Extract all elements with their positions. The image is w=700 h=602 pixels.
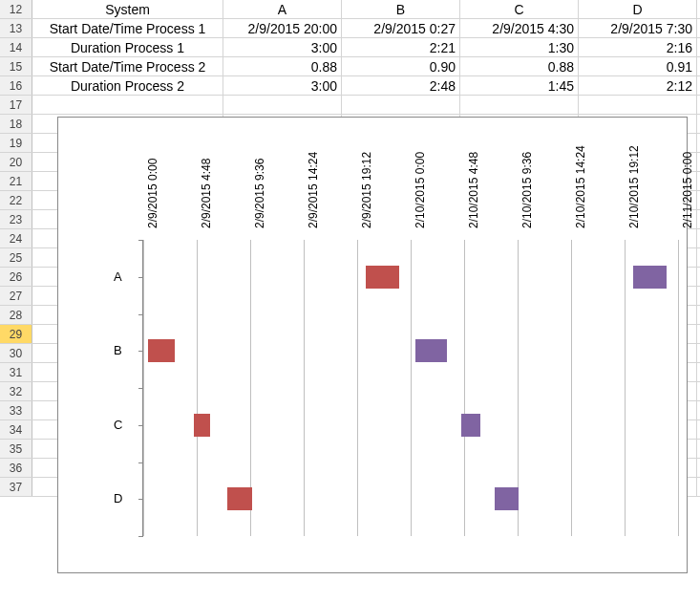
y-tick-label: C — [114, 418, 122, 432]
cell[interactable]: Start Date/Time Process 1 — [32, 19, 223, 37]
plot-area — [142, 240, 677, 497]
cell[interactable]: 2/9/2015 7:30 — [579, 19, 697, 37]
gantt-chart[interactable]: 2/9/2015 0:002/9/2015 4:482/9/2015 9:362… — [57, 117, 688, 497]
cell[interactable]: 0.88 — [223, 57, 342, 75]
cell[interactable] — [342, 96, 460, 114]
gridline — [571, 240, 572, 497]
row-13[interactable]: 13Start Date/Time Process 12/9/2015 20:0… — [0, 19, 700, 38]
cell[interactable] — [32, 96, 223, 114]
row-header[interactable]: 24 — [0, 229, 32, 247]
row-header[interactable]: 30 — [0, 344, 32, 362]
gridline — [250, 240, 251, 497]
cell[interactable]: 2/9/2015 20:00 — [223, 19, 342, 37]
gridline — [678, 240, 679, 497]
gridline — [357, 240, 358, 497]
row-header[interactable]: 37 — [0, 478, 32, 496]
cell[interactable]: 0.88 — [460, 57, 579, 75]
row-header[interactable]: 35 — [0, 440, 32, 458]
x-tick-label: 2/10/2015 9:36 — [520, 152, 534, 228]
bar-process-2-C[interactable] — [461, 414, 480, 437]
bar-process-2-D[interactable] — [495, 487, 520, 497]
x-tick-label: 2/9/2015 14:24 — [307, 152, 320, 228]
cell[interactable] — [579, 96, 697, 114]
row-header[interactable]: 25 — [0, 248, 32, 267]
cell[interactable]: 0.91 — [579, 57, 697, 75]
cell[interactable]: Duration Process 1 — [32, 38, 223, 56]
row-header[interactable]: 31 — [0, 363, 32, 381]
row-15[interactable]: 15Start Date/Time Process 20.880.900.880… — [0, 57, 700, 76]
cell[interactable]: 2:12 — [579, 76, 697, 95]
row-header[interactable]: 34 — [0, 420, 32, 439]
x-tick-label: 2/9/2015 19:12 — [360, 152, 373, 228]
row-header[interactable]: 22 — [0, 191, 32, 209]
cell[interactable]: 3:00 — [223, 76, 342, 95]
cell[interactable]: 2/9/2015 0:27 — [342, 19, 460, 37]
row-header[interactable]: 14 — [0, 38, 32, 56]
cell[interactable]: A — [223, 0, 342, 18]
bar-process-1-B[interactable] — [148, 339, 174, 362]
row-header[interactable]: 32 — [0, 382, 32, 400]
bar-process-1-A[interactable] — [366, 266, 399, 289]
row-header[interactable]: 26 — [0, 268, 32, 286]
row-header[interactable]: 20 — [0, 153, 32, 171]
cell[interactable]: 1:45 — [460, 76, 579, 95]
cell[interactable]: 2/9/2015 4:30 — [460, 19, 579, 37]
gridline — [197, 240, 198, 497]
row-16[interactable]: 16Duration Process 23:002:481:452:12 — [0, 76, 700, 96]
cell[interactable]: System — [32, 0, 223, 18]
x-tick-label: 2/11/2015 0:00 — [681, 152, 694, 228]
cell[interactable]: Start Date/Time Process 2 — [32, 57, 223, 75]
cell[interactable]: C — [460, 0, 579, 18]
cell[interactable]: 2:21 — [342, 38, 460, 56]
y-tick-label: A — [114, 269, 122, 284]
row-header[interactable]: 28 — [0, 306, 32, 324]
row-header[interactable]: 19 — [0, 134, 32, 152]
cell[interactable]: 1:30 — [460, 38, 579, 56]
row-header[interactable]: 36 — [0, 459, 32, 477]
cell[interactable]: 2:48 — [342, 76, 460, 95]
cell[interactable]: Duration Process 2 — [32, 76, 223, 95]
y-tick-label: D — [114, 491, 122, 497]
y-axis-labels: ABCD — [87, 240, 139, 497]
row-header[interactable]: 16 — [0, 76, 32, 95]
row-header[interactable]: 23 — [0, 210, 32, 228]
cell[interactable]: 2:16 — [579, 38, 697, 56]
bar-process-2-A[interactable] — [633, 266, 667, 289]
x-axis-labels: 2/9/2015 0:002/9/2015 4:482/9/2015 9:362… — [142, 125, 677, 240]
bar-process-1-D[interactable] — [227, 487, 252, 497]
x-tick-label: 2/9/2015 9:36 — [253, 159, 266, 228]
gridline — [625, 240, 626, 497]
bar-process-1-C[interactable] — [194, 414, 211, 437]
row-header[interactable]: 21 — [0, 172, 32, 190]
y-tick-label: B — [114, 343, 122, 357]
gridline — [143, 240, 144, 497]
row-header[interactable]: 13 — [0, 19, 32, 37]
row-17[interactable]: 17 — [0, 96, 700, 115]
row-header[interactable]: 17 — [0, 96, 32, 114]
row-header[interactable]: 27 — [0, 287, 32, 305]
row-12[interactable]: 12SystemABCD — [0, 0, 700, 19]
row-header[interactable]: 29 — [0, 325, 32, 343]
x-tick-label: 2/10/2015 19:12 — [627, 145, 641, 228]
cell[interactable]: 3:00 — [223, 38, 342, 56]
gridline — [464, 240, 465, 497]
x-tick-label: 2/9/2015 4:48 — [200, 159, 213, 228]
x-tick-label: 2/10/2015 0:00 — [414, 152, 427, 228]
x-tick-label: 2/10/2015 14:24 — [574, 145, 587, 228]
cell[interactable] — [223, 96, 342, 114]
x-tick-label: 2/9/2015 0:00 — [146, 159, 159, 228]
row-14[interactable]: 14Duration Process 13:002:211:302:16 — [0, 38, 700, 57]
cell[interactable]: 0.90 — [342, 57, 460, 75]
cell[interactable]: B — [342, 0, 460, 18]
cell[interactable] — [460, 96, 579, 114]
row-header[interactable]: 18 — [0, 115, 32, 133]
gridline — [304, 240, 305, 497]
row-header[interactable]: 33 — [0, 401, 32, 419]
bar-process-2-B[interactable] — [415, 339, 447, 362]
row-header[interactable]: 12 — [0, 0, 32, 18]
cell[interactable]: D — [579, 0, 697, 18]
x-tick-label: 2/10/2015 4:48 — [467, 152, 480, 228]
row-header[interactable]: 15 — [0, 57, 32, 75]
gridline — [411, 240, 412, 497]
gridline — [518, 240, 519, 497]
